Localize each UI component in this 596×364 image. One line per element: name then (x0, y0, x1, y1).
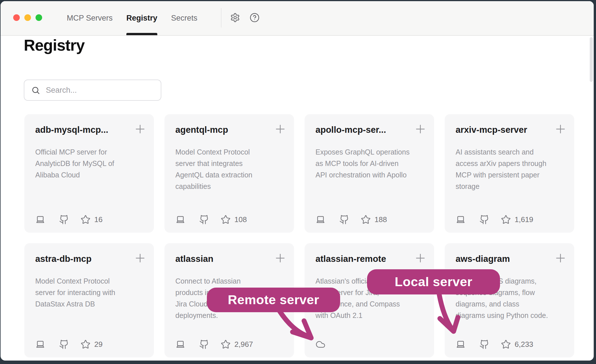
card-footer: 2,967 (175, 339, 253, 349)
tab-registry[interactable]: Registry (126, 1, 157, 35)
star-icon (501, 339, 511, 349)
server-name: agentql-mcp (175, 124, 283, 135)
add-server-button[interactable] (274, 123, 287, 135)
server-description: AI assistants search and access arXiv pa… (456, 146, 563, 192)
github-icon[interactable] (199, 215, 209, 225)
page-title: Registry (24, 36, 85, 54)
server-name: apollo-mcp-ser... (315, 124, 423, 135)
star-icon (221, 215, 231, 225)
github-icon[interactable] (59, 339, 69, 349)
star-icon (81, 339, 91, 349)
github-icon[interactable] (479, 339, 489, 349)
server-card: adb-mysql-mcp... Official MCP server for… (24, 114, 154, 233)
star-icon (501, 215, 511, 225)
add-server-button[interactable] (274, 252, 287, 264)
star-count: 188 (375, 215, 387, 224)
card-footer: 108 (175, 214, 247, 225)
server-name: arxiv-mcp-server (456, 124, 563, 135)
github-icon[interactable] (59, 215, 69, 225)
vertical-scrollbar[interactable] (590, 37, 593, 82)
server-description: Model Context Protocol server that integ… (175, 146, 283, 192)
server-card: apollo-mcp-ser... Exposes GraphQL operat… (305, 114, 434, 233)
server-description: Model Context Protocol server for intera… (35, 275, 143, 310)
star-count: 108 (234, 215, 247, 224)
tab-secrets[interactable]: Secrets (171, 1, 197, 35)
remote-server-callout: Remote server (207, 288, 340, 312)
server-card: aws-diagram Generate AWS diagrams, seque… (445, 243, 574, 357)
star-count: 29 (94, 340, 103, 349)
laptop-icon (456, 215, 466, 225)
settings-gear-icon[interactable] (230, 13, 240, 23)
star-count: 1,619 (515, 215, 533, 224)
toolbar: MCP Servers Registry Secrets (1, 1, 594, 36)
star-count: 2,967 (234, 340, 253, 349)
card-footer: 16 (35, 214, 103, 225)
search-input[interactable] (45, 86, 161, 95)
github-icon[interactable] (479, 215, 489, 225)
tab-mcp-servers[interactable]: MCP Servers (67, 1, 113, 35)
server-description: Official MCP server for AnalyticDB for M… (35, 146, 143, 181)
server-name: adb-mysql-mcp... (35, 124, 143, 135)
add-server-button[interactable] (554, 123, 567, 135)
star-icon (221, 339, 231, 349)
laptop-icon (456, 339, 466, 349)
star-count: 6,233 (515, 340, 533, 349)
server-card: astra-db-mcp Model Context Protocol serv… (24, 243, 154, 357)
github-icon[interactable] (199, 339, 209, 349)
add-server-button[interactable] (134, 252, 146, 264)
star-icon (81, 215, 91, 225)
zoom-window-button[interactable] (36, 14, 42, 21)
add-server-button[interactable] (414, 252, 427, 264)
help-icon[interactable] (250, 13, 260, 23)
cloud-icon (315, 339, 326, 349)
minimize-window-button[interactable] (24, 14, 31, 21)
local-server-callout: Local server (367, 269, 500, 294)
laptop-icon (35, 215, 45, 225)
add-server-button[interactable] (554, 252, 567, 264)
server-name: atlassian-remote (315, 254, 423, 264)
main-tabs: MCP Servers Registry Secrets (67, 1, 197, 35)
card-footer: 188 (315, 214, 387, 225)
card-footer: 6,233 (456, 339, 533, 349)
server-name: atlassian (175, 254, 283, 264)
add-server-button[interactable] (134, 123, 146, 135)
star-count: 16 (94, 215, 103, 224)
laptop-icon (175, 215, 185, 225)
laptop-icon (315, 215, 326, 225)
github-icon[interactable] (339, 215, 349, 225)
server-name: aws-diagram (456, 254, 563, 264)
server-description: Exposes GraphQL operations as MCP tools … (315, 146, 423, 181)
laptop-icon (175, 339, 185, 349)
window-controls (13, 14, 42, 21)
laptop-icon (35, 339, 45, 349)
card-footer: 1,619 (456, 214, 533, 225)
server-name: astra-db-mcp (35, 254, 143, 264)
server-grid: adb-mysql-mcp... Official MCP server for… (24, 114, 574, 357)
card-footer (315, 339, 326, 349)
search-icon (31, 86, 40, 95)
server-card: agentql-mcp Model Context Protocol serve… (164, 114, 294, 233)
card-footer: 29 (35, 339, 103, 349)
search-box (24, 80, 161, 101)
toolbar-divider (221, 8, 221, 27)
close-window-button[interactable] (13, 14, 20, 21)
add-server-button[interactable] (414, 123, 427, 135)
server-card: arxiv-mcp-server AI assistants search an… (445, 114, 574, 233)
star-icon (361, 215, 371, 225)
